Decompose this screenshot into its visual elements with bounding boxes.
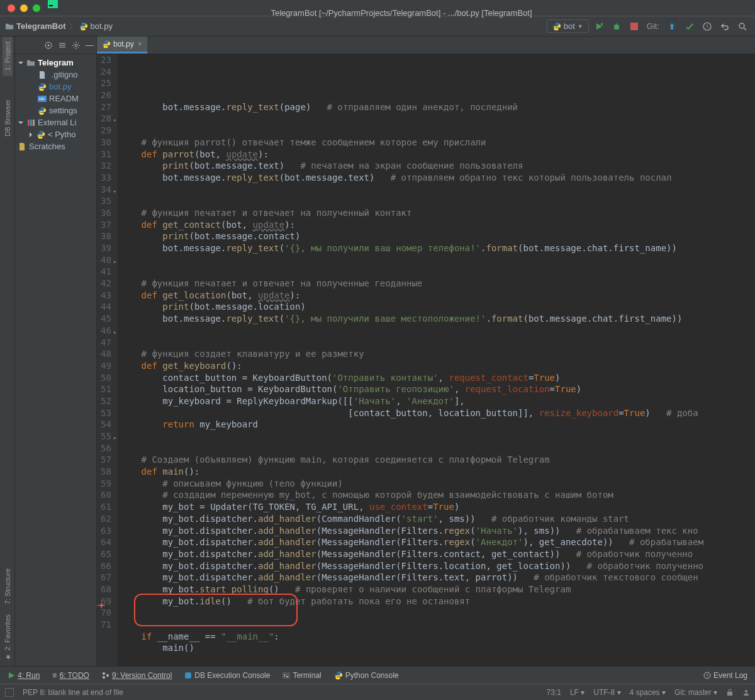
tree-file-readme[interactable]: MDREADM xyxy=(15,93,96,104)
branch-icon xyxy=(102,672,109,679)
code-editor[interactable]: 232425262728▾293031323334▾353637383940▾4… xyxy=(97,54,755,666)
minimize-sidebar-button[interactable]: — xyxy=(86,40,94,50)
svg-rect-14 xyxy=(30,120,32,126)
encoding[interactable]: UTF-8 ▾ xyxy=(593,688,620,697)
navigation-bar: TelegramBot 〉 bot.py bot ▼ Git: xyxy=(0,16,755,37)
svg-point-3 xyxy=(84,28,85,29)
breadcrumb: TelegramBot 〉 bot.py xyxy=(5,21,547,32)
indent[interactable]: 4 spaces ▾ xyxy=(630,688,666,697)
close-window-button[interactable] xyxy=(8,4,15,12)
svg-point-10 xyxy=(75,44,77,47)
debug-button[interactable] xyxy=(612,21,622,31)
hector-icon[interactable] xyxy=(742,689,750,696)
left-tool-gutter: 1: Project DB Browser 7: Structure ★2: F… xyxy=(0,37,15,666)
svg-rect-5 xyxy=(630,23,638,30)
markdown-icon: MD xyxy=(38,94,47,103)
python-icon xyxy=(38,82,47,91)
close-tab-button[interactable]: × xyxy=(138,40,142,48)
svg-rect-23 xyxy=(727,692,732,696)
search-button[interactable] xyxy=(737,21,747,31)
play-icon xyxy=(8,672,15,679)
db-browser-tool-tab[interactable]: DB Browser xyxy=(3,94,13,142)
svg-rect-20 xyxy=(282,672,290,679)
git-update-button[interactable] xyxy=(667,21,677,31)
git-history-button[interactable] xyxy=(702,21,712,31)
git-branch[interactable]: Git: master ▾ xyxy=(674,688,717,697)
project-tree: Telegram .gitigno bot.py MDREADM setting… xyxy=(15,54,96,155)
python-icon xyxy=(334,671,343,680)
stop-button[interactable] xyxy=(629,21,639,31)
run-button[interactable] xyxy=(594,21,604,31)
project-sidebar: — Telegram .gitigno bot.py MDREADM setti… xyxy=(15,37,97,666)
svg-rect-13 xyxy=(28,120,30,126)
svg-point-17 xyxy=(103,676,105,679)
chevron-right-icon xyxy=(28,132,34,138)
tree-file-botpy[interactable]: bot.py xyxy=(15,81,96,93)
tree-root[interactable]: Telegram xyxy=(15,57,96,69)
terminal-icon xyxy=(282,672,290,679)
todo-tool-tab[interactable]: ≡6: TODO xyxy=(52,671,89,680)
collapse-icon[interactable] xyxy=(58,41,67,50)
tree-file-gitignore[interactable]: .gitigno xyxy=(15,69,96,81)
status-bar: PEP 8: blank line at end of file 73:1 LF… xyxy=(0,684,755,700)
status-icon[interactable] xyxy=(5,688,14,697)
lock-icon[interactable] xyxy=(726,689,734,696)
line-number-gutter: 232425262728▾293031323334▾353637383940▾4… xyxy=(97,54,118,666)
maximize-window-button[interactable] xyxy=(33,4,40,12)
db-console-tool-tab[interactable]: DB Execution Console xyxy=(184,671,270,680)
svg-rect-15 xyxy=(33,120,35,126)
svg-rect-1 xyxy=(49,5,53,6)
breadcrumb-file[interactable]: bot.py xyxy=(79,21,113,31)
svg-point-2 xyxy=(82,23,82,24)
svg-point-24 xyxy=(745,690,747,692)
svg-rect-0 xyxy=(48,0,58,8)
svg-point-18 xyxy=(106,674,109,677)
window-title: TelegramBot [~/PycharmProjects/TelegramB… xyxy=(48,0,755,18)
editor-tabs: bot.py × xyxy=(97,37,755,54)
python-icon xyxy=(102,40,111,48)
status-message: PEP 8: blank line at end of file xyxy=(23,688,123,697)
favorites-tool-tab[interactable]: ★2: Favorites xyxy=(2,609,13,666)
caret-position[interactable]: 73:1 xyxy=(547,688,561,697)
project-tool-tab[interactable]: 1: Project xyxy=(3,37,13,76)
file-icon xyxy=(38,71,47,79)
code-content[interactable]: bot.message.reply_text(page) # отправляе… xyxy=(118,54,755,666)
breadcrumb-project[interactable]: TelegramBot xyxy=(5,21,66,31)
bottom-tool-bar: 4: Run ≡6: TODO 9: Version Control DB Ex… xyxy=(0,666,755,684)
target-icon[interactable] xyxy=(44,41,53,50)
titlebar: TelegramBot [~/PycharmProjects/TelegramB… xyxy=(0,0,755,16)
tree-python-env[interactable]: < Pytho xyxy=(15,128,96,140)
minimize-window-button[interactable] xyxy=(20,4,28,12)
terminal-tool-tab[interactable]: Terminal xyxy=(282,671,321,680)
annotation-callout: Заменили main() на xyxy=(97,599,105,611)
git-commit-button[interactable] xyxy=(685,21,695,31)
editor-tab-botpy[interactable]: bot.py × xyxy=(97,37,147,54)
tree-file-settings[interactable]: settings xyxy=(15,104,96,116)
tree-scratches[interactable]: Scratches xyxy=(15,140,96,152)
svg-point-9 xyxy=(48,44,50,46)
folder-icon xyxy=(26,59,35,67)
database-icon xyxy=(184,672,192,679)
pycharm-icon xyxy=(48,0,58,8)
run-tool-tab[interactable]: 4: Run xyxy=(8,671,40,680)
structure-tool-tab[interactable]: 7: Structure xyxy=(3,563,13,609)
library-icon xyxy=(26,118,35,127)
vcs-tool-tab[interactable]: 9: Version Control xyxy=(102,671,172,680)
python-icon xyxy=(79,22,88,31)
tree-external-libs[interactable]: External Li xyxy=(15,116,96,128)
settings-icon[interactable] xyxy=(72,41,81,50)
python-icon xyxy=(38,106,47,115)
log-icon xyxy=(703,672,711,679)
event-log-tool-tab[interactable]: Event Log xyxy=(703,671,747,680)
git-label: Git: xyxy=(647,21,659,31)
run-config-selector[interactable]: bot ▼ xyxy=(547,20,589,33)
svg-point-7 xyxy=(739,23,744,28)
line-ending[interactable]: LF ▾ xyxy=(570,688,584,697)
python-console-tool-tab[interactable]: Python Console xyxy=(334,671,399,680)
python-icon xyxy=(552,22,561,31)
chevron-down-icon xyxy=(18,120,24,126)
editor-zone: bot.py × 232425262728▾293031323334▾35363… xyxy=(97,37,755,666)
svg-point-16 xyxy=(103,672,105,675)
git-rollback-button[interactable] xyxy=(720,21,730,31)
folder-icon xyxy=(5,22,14,31)
